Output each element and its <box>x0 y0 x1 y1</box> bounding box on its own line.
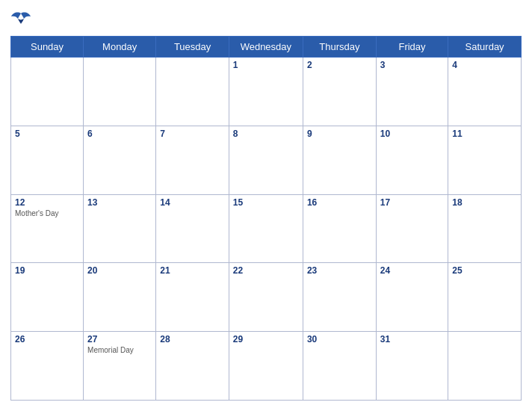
calendar-cell: 12Mother's Day <box>11 194 84 263</box>
day-number: 24 <box>380 265 444 276</box>
day-number: 9 <box>307 129 372 139</box>
day-number: 11 <box>452 129 517 139</box>
calendar-cell: 9 <box>303 126 376 194</box>
calendar-cell: 20 <box>84 263 156 332</box>
calendar-container: SundayMondayTuesdayWednesdayThursdayFrid… <box>0 0 532 411</box>
calendar-week-5: 2627Memorial Day28293031 <box>11 332 522 401</box>
day-number: 15 <box>233 197 299 208</box>
calendar-week-2: 567891011 <box>11 126 522 194</box>
calendar-cell: 21 <box>156 263 229 332</box>
day-number: 10 <box>380 129 444 139</box>
calendar-table: SundayMondayTuesdayWednesdayThursdayFrid… <box>10 36 522 401</box>
calendar-cell: 13 <box>84 194 156 263</box>
calendar-cell: 25 <box>448 263 522 332</box>
weekday-header-saturday: Saturday <box>448 37 522 58</box>
day-number: 8 <box>233 129 299 139</box>
calendar-cell: 31 <box>376 332 448 401</box>
calendar-header <box>10 7 522 30</box>
calendar-cell: 24 <box>376 263 448 332</box>
weekday-header-tuesday: Tuesday <box>156 37 229 58</box>
day-number: 18 <box>452 197 517 208</box>
calendar-cell: 4 <box>448 58 522 126</box>
day-number: 30 <box>307 334 372 344</box>
logo-bird-icon <box>10 10 31 27</box>
calendar-cell: 2 <box>303 58 376 126</box>
calendar-cell: 3 <box>376 58 448 126</box>
day-number: 16 <box>307 197 372 208</box>
calendar-cell: 26 <box>11 332 84 401</box>
calendar-cell: 16 <box>303 194 376 263</box>
day-number: 1 <box>233 60 299 70</box>
logo <box>10 10 34 27</box>
day-number: 19 <box>15 265 79 276</box>
calendar-cell: 29 <box>229 332 303 401</box>
weekday-header-thursday: Thursday <box>303 37 376 58</box>
calendar-cell: 11 <box>448 126 522 194</box>
day-number: 17 <box>380 197 444 208</box>
calendar-week-4: 19202122232425 <box>11 263 522 332</box>
day-number: 7 <box>160 129 225 139</box>
calendar-cell <box>11 58 84 126</box>
calendar-body: 123456789101112Mother's Day1314151617181… <box>11 58 522 401</box>
day-number: 31 <box>380 334 444 344</box>
day-number: 28 <box>160 334 225 344</box>
day-number: 2 <box>307 60 372 70</box>
calendar-cell: 22 <box>229 263 303 332</box>
day-number: 12 <box>15 197 79 208</box>
calendar-cell: 27Memorial Day <box>84 332 156 401</box>
day-number: 26 <box>15 334 79 344</box>
calendar-week-3: 12Mother's Day131415161718 <box>11 194 522 263</box>
calendar-cell: 7 <box>156 126 229 194</box>
day-number: 25 <box>452 265 517 276</box>
day-number: 29 <box>233 334 299 344</box>
calendar-week-1: 1234 <box>11 58 522 126</box>
calendar-cell: 23 <box>303 263 376 332</box>
calendar-cell: 28 <box>156 332 229 401</box>
weekday-header-row: SundayMondayTuesdayWednesdayThursdayFrid… <box>11 37 522 58</box>
day-number: 13 <box>87 197 152 208</box>
day-number: 4 <box>452 60 517 70</box>
day-number: 27 <box>87 334 152 344</box>
day-number: 14 <box>160 197 225 208</box>
calendar-cell: 18 <box>448 194 522 263</box>
calendar-cell: 8 <box>229 126 303 194</box>
day-number: 21 <box>160 265 225 276</box>
calendar-cell: 6 <box>84 126 156 194</box>
holiday-label: Mother's Day <box>15 209 79 218</box>
holiday-label: Memorial Day <box>87 346 152 355</box>
weekday-header-monday: Monday <box>84 37 156 58</box>
calendar-cell <box>448 332 522 401</box>
calendar-cell <box>84 58 156 126</box>
calendar-cell: 19 <box>11 263 84 332</box>
weekday-header-friday: Friday <box>376 37 448 58</box>
day-number: 5 <box>15 129 79 139</box>
day-number: 6 <box>87 129 152 139</box>
calendar-cell: 17 <box>376 194 448 263</box>
calendar-cell: 30 <box>303 332 376 401</box>
day-number: 3 <box>380 60 444 70</box>
day-number: 23 <box>307 265 372 276</box>
day-number: 22 <box>233 265 299 276</box>
calendar-cell: 15 <box>229 194 303 263</box>
calendar-cell <box>156 58 229 126</box>
weekday-header-wednesday: Wednesday <box>229 37 303 58</box>
calendar-cell: 10 <box>376 126 448 194</box>
calendar-header-row: SundayMondayTuesdayWednesdayThursdayFrid… <box>11 37 522 58</box>
calendar-cell: 14 <box>156 194 229 263</box>
calendar-cell: 1 <box>229 58 303 126</box>
calendar-cell: 5 <box>11 126 84 194</box>
day-number: 20 <box>87 265 152 276</box>
weekday-header-sunday: Sunday <box>11 37 84 58</box>
